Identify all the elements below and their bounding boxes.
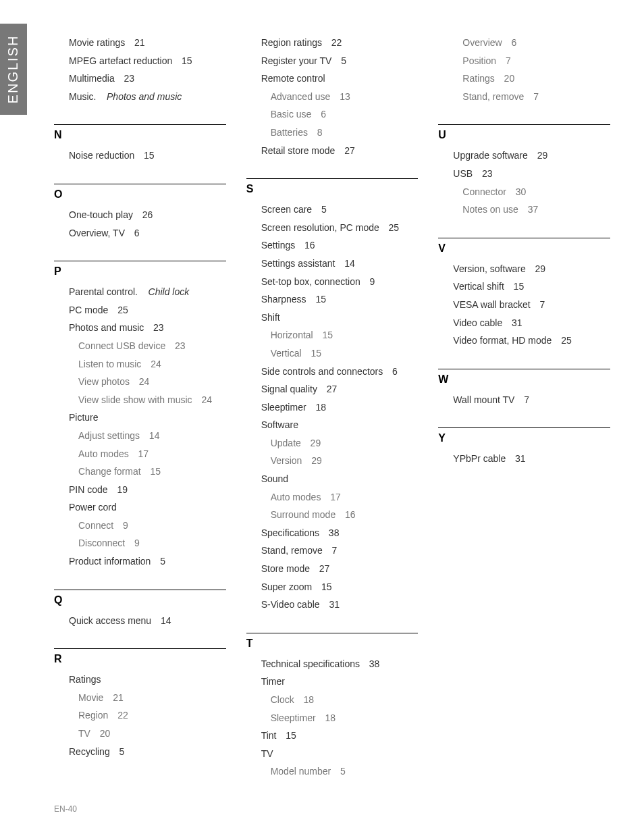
index-subentry: Update 29 bbox=[246, 434, 419, 452]
index-entry: Timer bbox=[246, 673, 419, 691]
index-subentry: Ratings 20 bbox=[438, 70, 610, 88]
entry-label: Model number bbox=[271, 766, 331, 777]
entry-label: Product information bbox=[69, 556, 151, 567]
section-divider bbox=[438, 124, 610, 125]
entry-label: Picture bbox=[69, 412, 99, 423]
entry-label: Noise reduction bbox=[69, 150, 134, 161]
entry-page: 29 bbox=[535, 263, 546, 274]
entry-page: 16 bbox=[304, 240, 315, 251]
entry-page: 5 bbox=[160, 556, 165, 567]
entry-label: Tint bbox=[261, 730, 277, 741]
index-subentry: Batteries 8 bbox=[246, 124, 419, 142]
entry-label: Region ratings bbox=[261, 37, 322, 48]
entry-label: Movie ratings bbox=[69, 37, 125, 48]
index-subentry: Change format 15 bbox=[54, 463, 226, 481]
index-section-N: NNoise reduction 15 bbox=[54, 124, 226, 165]
index-entry: Super zoom 15 bbox=[246, 578, 419, 596]
index-subentry: Surround mode 16 bbox=[246, 506, 419, 524]
index-entry: Upgrade software 29 bbox=[438, 147, 610, 165]
section-letter: V bbox=[438, 242, 610, 255]
section-divider bbox=[246, 633, 419, 633]
entry-page: 31 bbox=[515, 453, 526, 464]
entry-label: View slide show with music bbox=[78, 394, 192, 405]
section-letter: T bbox=[246, 637, 419, 650]
section-letter: R bbox=[54, 653, 226, 665]
index-entry: Technical specifications 38 bbox=[246, 655, 419, 673]
section-letter: P bbox=[54, 265, 226, 278]
entry-page: 9 bbox=[123, 520, 128, 531]
entry-label: Video cable bbox=[453, 317, 502, 328]
entry-label: Wall mount TV bbox=[453, 394, 514, 405]
entry-label: Sharpness bbox=[261, 294, 306, 305]
index-subentry: Basic use 6 bbox=[246, 105, 419, 124]
section-divider bbox=[54, 648, 226, 649]
entry-page: 23 bbox=[153, 322, 164, 333]
entry-label: Vertical shift bbox=[453, 281, 504, 292]
index-entry: Ratings bbox=[54, 671, 226, 689]
index-entry: USB 23 bbox=[438, 165, 610, 183]
entry-page: 30 bbox=[516, 186, 527, 197]
entry-label: Multimedia bbox=[69, 73, 115, 84]
index-entry: Settings assistant 14 bbox=[246, 255, 419, 273]
entry-page: 14 bbox=[344, 258, 355, 269]
entry-label: Batteries bbox=[271, 127, 308, 138]
entry-label: Set-top box, connection bbox=[261, 276, 360, 287]
index-section-continuation: Movie ratings 21MPEG artefact reduction … bbox=[54, 34, 226, 105]
index-entry: One-touch play 26 bbox=[54, 206, 226, 224]
entry-page: 6 bbox=[134, 228, 140, 238]
entry-label: Settings bbox=[261, 240, 296, 251]
entry-label: Photos and music bbox=[69, 322, 144, 333]
index-subentry: Vertical 15 bbox=[246, 344, 419, 363]
index-entry: YPbPr cable 31 bbox=[438, 450, 610, 468]
index-entry: Vertical shift 15 bbox=[438, 278, 610, 296]
index-subentry: Adjust settings 14 bbox=[54, 427, 226, 445]
entry-page: 15 bbox=[321, 581, 332, 592]
entry-page: 7 bbox=[533, 91, 539, 102]
entry-page: 26 bbox=[142, 209, 153, 220]
index-entry: Region ratings 22 bbox=[246, 34, 419, 52]
index-column-2: Region ratings 22Register your TV 5Remot… bbox=[246, 34, 419, 800]
entry-page: 5 bbox=[340, 766, 346, 777]
entry-label: Screen care bbox=[261, 204, 312, 215]
entry-label: Video format, HD mode bbox=[453, 335, 552, 346]
index-entry: Tint 15 bbox=[246, 727, 419, 745]
entry-page: 18 bbox=[325, 712, 336, 723]
index-subentry: Overview 6 bbox=[438, 34, 610, 52]
index-entry: Specifications 38 bbox=[246, 524, 419, 542]
index-subentry: View slide show with music 24 bbox=[54, 391, 226, 409]
index-subentry: Position 7 bbox=[438, 52, 610, 70]
entry-see-reference: Child lock bbox=[149, 286, 190, 297]
index-subentry: Movie 21 bbox=[54, 689, 226, 707]
index-entry: Side controls and connectors 6 bbox=[246, 363, 419, 381]
entry-label: Disconnect bbox=[78, 538, 125, 548]
entry-page: 29 bbox=[537, 150, 548, 161]
entry-label: Connect USB device bbox=[78, 340, 165, 351]
entry-label: Register your TV bbox=[261, 55, 332, 66]
index-entry: Version, software 29 bbox=[438, 260, 610, 278]
index-entry: PC mode 25 bbox=[54, 301, 226, 319]
entry-page: 7 bbox=[332, 545, 338, 556]
index-entry: Wall mount TV 7 bbox=[438, 391, 610, 409]
index-section-T: TTechnical specifications 38TimerClock 1… bbox=[246, 633, 419, 781]
entry-page: 18 bbox=[303, 694, 314, 705]
entry-label: MPEG artefact reduction bbox=[69, 55, 172, 66]
entry-page: 27 bbox=[344, 145, 355, 156]
entry-page: 24 bbox=[201, 394, 212, 405]
index-subentry: Connector 30 bbox=[438, 183, 610, 201]
index-entry: Video cable 31 bbox=[438, 314, 610, 332]
language-label: ENGLISH bbox=[6, 35, 22, 104]
section-divider bbox=[54, 261, 226, 261]
index-entry: Recycling 5 bbox=[54, 743, 226, 761]
index-section-continuation: Region ratings 22Register your TV 5Remot… bbox=[246, 34, 419, 159]
entry-label: TV bbox=[78, 728, 90, 739]
index-entry: Sound bbox=[246, 470, 419, 488]
entry-label: Music. bbox=[69, 91, 96, 102]
entry-label: Adjust settings bbox=[78, 430, 140, 441]
entry-page: 6 bbox=[321, 109, 326, 120]
index-entry: Multimedia 23 bbox=[54, 70, 226, 88]
entry-page: 27 bbox=[319, 563, 330, 574]
index-entry: Screen resolution, PC mode 25 bbox=[246, 219, 419, 237]
index-entry: Sleeptimer 18 bbox=[246, 398, 419, 417]
index-subentry: View photos 24 bbox=[54, 373, 226, 391]
entry-page: 31 bbox=[329, 599, 340, 610]
